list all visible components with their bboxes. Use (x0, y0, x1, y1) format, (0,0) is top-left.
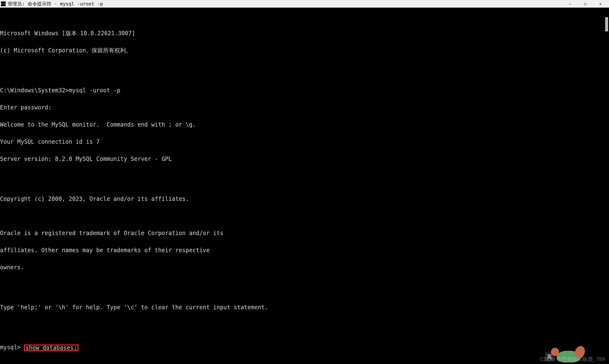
conn-id: Your MySQL connection id is 7 (0, 139, 609, 145)
cmd-show-db: mysql> show databases; (0, 344, 609, 350)
enter-password: Enter password: (0, 105, 609, 110)
blank (0, 213, 609, 219)
mysql-cmd: mysql -uroot -p (69, 87, 120, 94)
blank (0, 282, 609, 287)
highlight-show-db: show databases; (24, 344, 78, 351)
os-header-1: Microsoft Windows [版本 10.0.22621.3007] (0, 30, 609, 36)
help-line: Type 'help;' or '\h' for help. Type '\c'… (0, 305, 609, 310)
os-header-2: (c) Microsoft Corporation。保留所有权利。 (0, 48, 609, 53)
cmd-icon: C:\ (1, 1, 6, 6)
server-ver: Server version: 8.2.0 MySQL Community Se… (0, 156, 609, 162)
terminal-area[interactable]: Microsoft Windows [版本 10.0.22621.3007] (… (0, 8, 609, 364)
blank (0, 173, 609, 179)
scrollbar-thumb[interactable] (605, 17, 608, 31)
copyright-4: owners. (0, 265, 609, 270)
copyright-3: affiliates. Other names may be trademark… (0, 247, 609, 253)
window-titlebar: C:\ 管理员: 命令提示符 - mysql -uroot -p — ▢ ✕ (0, 0, 609, 8)
maximize-button[interactable]: ▢ (578, 0, 593, 8)
copyright-1: Copyright (c) 2000, 2023, Oracle and/or … (0, 196, 609, 202)
watermark: CSDN @想做饭的板栗_789 (540, 356, 605, 362)
blank (0, 322, 609, 327)
login-cmd: C:\Windows\System32>mysql -uroot -p (0, 88, 609, 93)
close-button[interactable]: ✕ (593, 0, 608, 8)
blank (0, 65, 609, 70)
prompt-path: C:\Windows\System32> (0, 87, 69, 94)
mysql-prompt: mysql> (0, 344, 21, 351)
welcome: Welcome to the MySQL monitor. Commands e… (0, 122, 609, 128)
minimize-button[interactable]: — (562, 0, 578, 8)
copyright-2: Oracle is a registered trademark of Orac… (0, 230, 609, 236)
window-title: 管理员: 命令提示符 - mysql -uroot -p (8, 1, 562, 7)
